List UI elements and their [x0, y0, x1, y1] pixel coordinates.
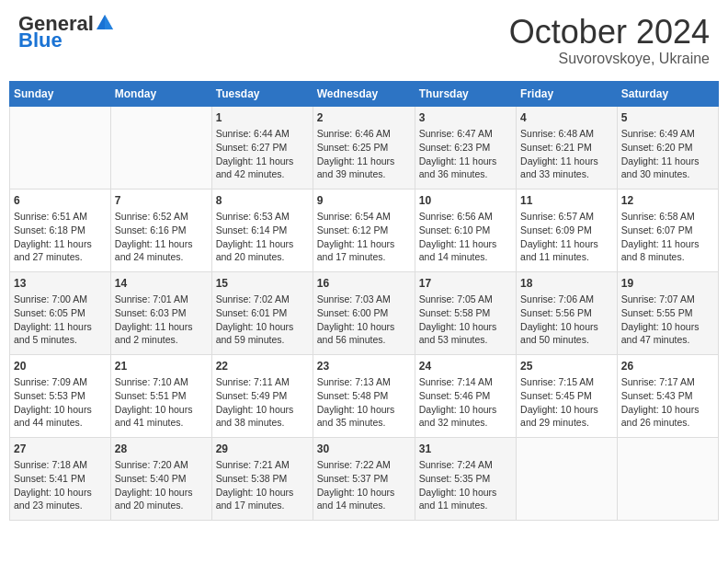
day-info: Sunrise: 6:53 AM [216, 210, 309, 224]
calendar-cell [10, 106, 111, 189]
logo-blue: Blue [18, 30, 63, 51]
weekday-header-saturday: Saturday [617, 81, 718, 106]
calendar-cell: 10Sunrise: 6:56 AMSunset: 6:10 PMDayligh… [415, 189, 516, 271]
day-info: Daylight: 10 hours and 32 minutes. [419, 403, 512, 430]
day-number: 16 [317, 276, 411, 292]
weekday-header-thursday: Thursday [415, 81, 516, 106]
day-info: Sunset: 6:03 PM [115, 306, 208, 320]
day-info: Sunset: 5:49 PM [216, 389, 309, 403]
day-info: Sunset: 5:58 PM [419, 306, 512, 320]
day-number: 6 [14, 193, 107, 209]
weekday-header-row: SundayMondayTuesdayWednesdayThursdayFrid… [10, 81, 719, 106]
calendar-week-row: 13Sunrise: 7:00 AMSunset: 6:05 PMDayligh… [10, 271, 719, 354]
calendar-cell: 29Sunrise: 7:21 AMSunset: 5:38 PMDayligh… [211, 437, 313, 520]
day-info: Daylight: 10 hours and 38 minutes. [216, 403, 309, 430]
day-info: Sunrise: 6:57 AM [520, 210, 613, 224]
calendar-week-row: 20Sunrise: 7:09 AMSunset: 5:53 PMDayligh… [10, 354, 719, 437]
day-info: Sunset: 5:53 PM [14, 389, 107, 403]
calendar-body: 1Sunrise: 6:44 AMSunset: 6:27 PMDaylight… [10, 106, 719, 520]
day-info: Sunrise: 6:51 AM [14, 210, 107, 224]
day-info: Daylight: 10 hours and 17 minutes. [216, 486, 309, 512]
day-info: Daylight: 11 hours and 24 minutes. [115, 237, 208, 264]
day-info: Daylight: 10 hours and 26 minutes. [621, 403, 714, 430]
calendar-header: SundayMondayTuesdayWednesdayThursdayFrid… [10, 81, 719, 106]
day-info: Sunrise: 7:11 AM [216, 375, 309, 389]
day-info: Sunrise: 7:13 AM [317, 375, 411, 389]
calendar-week-row: 27Sunrise: 7:18 AMSunset: 5:41 PMDayligh… [10, 437, 719, 520]
day-info: Daylight: 11 hours and 42 minutes. [216, 155, 309, 181]
day-info: Daylight: 11 hours and 17 minutes. [317, 237, 411, 264]
day-info: Sunset: 6:14 PM [216, 224, 309, 237]
day-info: Sunset: 6:00 PM [317, 306, 411, 320]
day-number: 4 [520, 110, 613, 126]
weekday-header-sunday: Sunday [10, 81, 111, 106]
day-info: Sunrise: 7:15 AM [520, 375, 613, 389]
day-info: Sunset: 5:51 PM [115, 389, 208, 403]
day-info: Sunset: 6:05 PM [14, 306, 107, 320]
calendar-cell: 18Sunrise: 7:06 AMSunset: 5:56 PMDayligh… [517, 271, 618, 354]
day-info: Sunrise: 7:14 AM [419, 375, 512, 389]
day-info: Sunset: 6:20 PM [621, 141, 714, 155]
location-title: Suvorovskoye, Ukraine [509, 51, 710, 67]
day-info: Sunset: 6:18 PM [14, 224, 107, 237]
day-number: 21 [115, 359, 208, 374]
day-info: Sunset: 6:27 PM [216, 141, 309, 155]
day-info: Daylight: 11 hours and 39 minutes. [317, 155, 411, 181]
day-number: 27 [14, 442, 107, 457]
calendar-cell [617, 437, 718, 520]
day-info: Sunrise: 7:09 AM [14, 375, 107, 389]
day-info: Sunrise: 7:03 AM [317, 293, 411, 306]
calendar-cell: 24Sunrise: 7:14 AMSunset: 5:46 PMDayligh… [415, 354, 516, 437]
day-number: 7 [115, 193, 208, 209]
calendar-cell: 3Sunrise: 6:47 AMSunset: 6:23 PMDaylight… [415, 106, 516, 189]
day-number: 25 [520, 359, 613, 374]
day-info: Sunset: 5:48 PM [317, 389, 411, 403]
day-number: 17 [419, 276, 512, 292]
day-info: Daylight: 10 hours and 41 minutes. [115, 403, 208, 430]
day-info: Sunset: 5:43 PM [621, 389, 714, 403]
day-number: 10 [419, 193, 512, 209]
day-number: 9 [317, 193, 411, 209]
calendar-cell: 30Sunrise: 7:22 AMSunset: 5:37 PMDayligh… [313, 437, 415, 520]
month-title: October 2024 [509, 14, 710, 51]
day-info: Sunrise: 7:17 AM [621, 375, 714, 389]
day-info: Sunrise: 7:10 AM [115, 375, 208, 389]
day-number: 14 [115, 276, 208, 292]
day-info: Sunrise: 6:49 AM [621, 127, 714, 141]
day-info: Sunset: 5:45 PM [520, 389, 613, 403]
calendar-cell: 4Sunrise: 6:48 AMSunset: 6:21 PMDaylight… [517, 106, 618, 189]
day-number: 26 [621, 359, 714, 374]
day-info: Sunset: 6:12 PM [317, 224, 411, 237]
weekday-header-tuesday: Tuesday [211, 81, 313, 106]
day-info: Daylight: 11 hours and 20 minutes. [216, 237, 309, 264]
calendar-week-row: 1Sunrise: 6:44 AMSunset: 6:27 PMDaylight… [10, 106, 719, 189]
day-info: Sunset: 6:23 PM [419, 141, 512, 155]
weekday-header-friday: Friday [517, 81, 618, 106]
day-info: Sunrise: 7:02 AM [216, 293, 309, 306]
day-info: Sunrise: 6:56 AM [419, 210, 512, 224]
day-info: Sunrise: 6:47 AM [419, 127, 512, 141]
day-info: Sunset: 5:41 PM [14, 472, 107, 486]
calendar-table: SundayMondayTuesdayWednesdayThursdayFrid… [9, 81, 719, 521]
day-info: Sunrise: 7:01 AM [115, 293, 208, 306]
day-number: 31 [419, 442, 512, 457]
calendar-cell: 7Sunrise: 6:52 AMSunset: 6:16 PMDaylight… [110, 189, 211, 271]
day-info: Sunset: 5:35 PM [419, 472, 512, 486]
day-number: 2 [317, 110, 411, 126]
calendar-cell: 1Sunrise: 6:44 AMSunset: 6:27 PMDaylight… [211, 106, 313, 189]
day-number: 20 [14, 359, 107, 374]
day-info: Sunrise: 6:48 AM [520, 127, 613, 141]
day-info: Sunrise: 7:05 AM [419, 293, 512, 306]
day-info: Sunset: 5:55 PM [621, 306, 714, 320]
weekday-header-monday: Monday [110, 81, 211, 106]
day-info: Sunrise: 6:58 AM [621, 210, 714, 224]
day-number: 12 [621, 193, 714, 209]
day-info: Sunset: 6:10 PM [419, 224, 512, 237]
day-info: Daylight: 11 hours and 2 minutes. [115, 320, 208, 347]
day-number: 28 [115, 442, 208, 457]
calendar-cell: 15Sunrise: 7:02 AMSunset: 6:01 PMDayligh… [211, 271, 313, 354]
day-info: Daylight: 11 hours and 27 minutes. [14, 237, 107, 264]
svg-marker-1 [105, 15, 113, 29]
day-number: 23 [317, 359, 411, 374]
calendar-cell: 31Sunrise: 7:24 AMSunset: 5:35 PMDayligh… [415, 437, 516, 520]
